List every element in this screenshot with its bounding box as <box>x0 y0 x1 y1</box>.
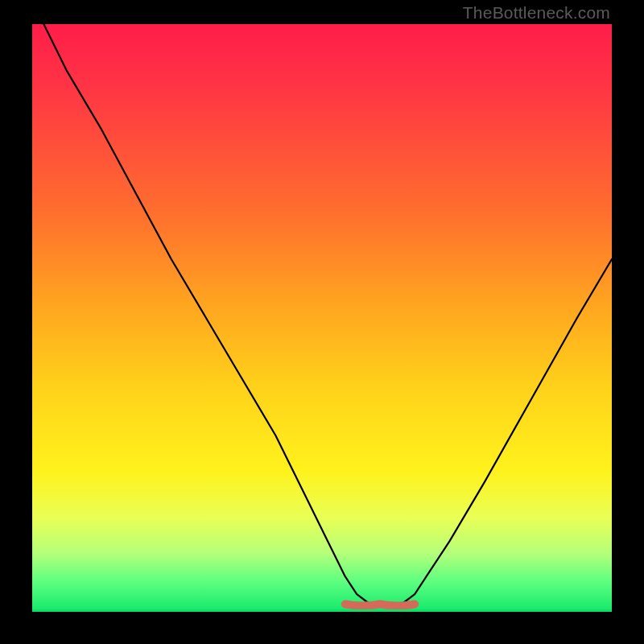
curve-line <box>43 24 612 606</box>
watermark-text: TheBottleneck.com <box>463 3 610 23</box>
plot-area <box>32 24 612 612</box>
baseline <box>32 609 612 612</box>
chart-svg <box>32 24 612 612</box>
chart-frame: TheBottleneck.com <box>0 0 644 644</box>
trough-marker <box>345 605 415 606</box>
